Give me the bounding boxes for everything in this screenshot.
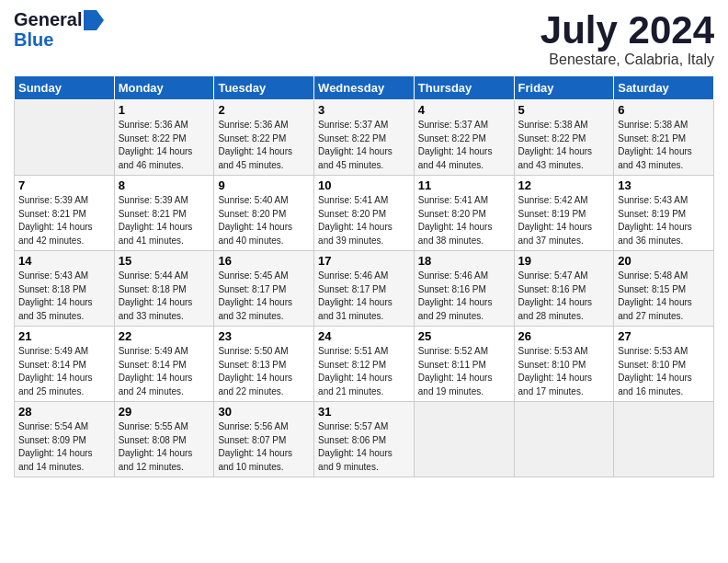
calendar-cell: 13Sunrise: 5:43 AM Sunset: 8:19 PM Dayli… <box>614 176 714 251</box>
calendar-cell: 28Sunrise: 5:54 AM Sunset: 8:09 PM Dayli… <box>15 402 115 477</box>
calendar-body: 1Sunrise: 5:36 AM Sunset: 8:22 PM Daylig… <box>15 100 714 477</box>
day-number: 21 <box>18 329 110 343</box>
calendar-cell: 20Sunrise: 5:48 AM Sunset: 8:15 PM Dayli… <box>614 251 714 327</box>
day-info: Sunrise: 5:36 AM Sunset: 8:22 PM Dayligh… <box>218 119 310 172</box>
day-info: Sunrise: 5:48 AM Sunset: 8:15 PM Dayligh… <box>618 270 710 323</box>
calendar-cell: 22Sunrise: 5:49 AM Sunset: 8:14 PM Dayli… <box>114 327 214 402</box>
month-title: July 2024 <box>540 9 714 52</box>
logo: General Blue <box>14 9 104 49</box>
day-number: 26 <box>518 329 610 343</box>
day-info: Sunrise: 5:46 AM Sunset: 8:16 PM Dayligh… <box>418 270 510 323</box>
calendar-cell: 6Sunrise: 5:38 AM Sunset: 8:21 PM Daylig… <box>614 100 714 176</box>
calendar-week-4: 21Sunrise: 5:49 AM Sunset: 8:14 PM Dayli… <box>15 327 714 402</box>
day-info: Sunrise: 5:50 AM Sunset: 8:13 PM Dayligh… <box>218 345 310 398</box>
day-info: Sunrise: 5:45 AM Sunset: 8:17 PM Dayligh… <box>218 270 310 323</box>
calendar-cell: 25Sunrise: 5:52 AM Sunset: 8:11 PM Dayli… <box>414 327 514 402</box>
day-info: Sunrise: 5:53 AM Sunset: 8:10 PM Dayligh… <box>518 345 610 398</box>
day-info: Sunrise: 5:43 AM Sunset: 8:18 PM Dayligh… <box>18 270 110 323</box>
day-number: 5 <box>518 103 610 117</box>
calendar-cell: 15Sunrise: 5:44 AM Sunset: 8:18 PM Dayli… <box>114 251 214 327</box>
day-number: 9 <box>218 178 310 192</box>
day-info: Sunrise: 5:52 AM Sunset: 8:11 PM Dayligh… <box>418 345 510 398</box>
calendar-week-5: 28Sunrise: 5:54 AM Sunset: 8:09 PM Dayli… <box>15 402 714 477</box>
calendar-cell: 30Sunrise: 5:56 AM Sunset: 8:07 PM Dayli… <box>214 402 314 477</box>
weekday-header-thursday: Thursday <box>414 76 514 100</box>
day-info: Sunrise: 5:37 AM Sunset: 8:22 PM Dayligh… <box>318 119 410 172</box>
calendar-cell: 16Sunrise: 5:45 AM Sunset: 8:17 PM Dayli… <box>214 251 314 327</box>
day-number: 3 <box>318 103 410 117</box>
day-number: 27 <box>618 329 710 343</box>
day-info: Sunrise: 5:42 AM Sunset: 8:19 PM Dayligh… <box>518 194 610 247</box>
calendar-cell: 1Sunrise: 5:36 AM Sunset: 8:22 PM Daylig… <box>114 100 214 176</box>
day-info: Sunrise: 5:53 AM Sunset: 8:10 PM Dayligh… <box>618 345 710 398</box>
calendar-cell <box>514 402 614 477</box>
day-number: 31 <box>318 405 410 419</box>
weekday-header-friday: Friday <box>514 76 614 100</box>
calendar-cell: 9Sunrise: 5:40 AM Sunset: 8:20 PM Daylig… <box>214 176 314 251</box>
day-number: 16 <box>218 254 310 268</box>
calendar-cell: 11Sunrise: 5:41 AM Sunset: 8:20 PM Dayli… <box>414 176 514 251</box>
calendar-cell: 4Sunrise: 5:37 AM Sunset: 8:22 PM Daylig… <box>414 100 514 176</box>
day-number: 10 <box>318 178 410 192</box>
day-number: 1 <box>119 103 210 117</box>
day-info: Sunrise: 5:38 AM Sunset: 8:21 PM Dayligh… <box>618 119 710 172</box>
day-number: 25 <box>418 329 510 343</box>
day-info: Sunrise: 5:38 AM Sunset: 8:22 PM Dayligh… <box>518 119 610 172</box>
calendar-cell: 21Sunrise: 5:49 AM Sunset: 8:14 PM Dayli… <box>15 327 115 402</box>
calendar-cell: 17Sunrise: 5:46 AM Sunset: 8:17 PM Dayli… <box>314 251 415 327</box>
day-info: Sunrise: 5:56 AM Sunset: 8:07 PM Dayligh… <box>218 420 310 474</box>
day-info: Sunrise: 5:39 AM Sunset: 8:21 PM Dayligh… <box>18 194 110 247</box>
day-number: 11 <box>418 178 510 192</box>
day-number: 22 <box>119 329 210 343</box>
calendar-cell: 29Sunrise: 5:55 AM Sunset: 8:08 PM Dayli… <box>114 402 214 477</box>
day-info: Sunrise: 5:57 AM Sunset: 8:06 PM Dayligh… <box>318 420 410 474</box>
calendar-cell: 27Sunrise: 5:53 AM Sunset: 8:10 PM Dayli… <box>614 327 714 402</box>
calendar-cell: 26Sunrise: 5:53 AM Sunset: 8:10 PM Dayli… <box>514 327 614 402</box>
day-number: 12 <box>518 178 610 192</box>
location: Benestare, Calabria, Italy <box>540 52 714 68</box>
weekday-header-tuesday: Tuesday <box>214 76 314 100</box>
day-info: Sunrise: 5:49 AM Sunset: 8:14 PM Dayligh… <box>18 345 110 398</box>
weekday-header-monday: Monday <box>114 76 214 100</box>
day-info: Sunrise: 5:39 AM Sunset: 8:21 PM Dayligh… <box>119 194 210 247</box>
calendar-week-2: 7Sunrise: 5:39 AM Sunset: 8:21 PM Daylig… <box>15 176 714 251</box>
weekday-header-sunday: Sunday <box>15 76 115 100</box>
day-number: 19 <box>518 254 610 268</box>
day-info: Sunrise: 5:46 AM Sunset: 8:17 PM Dayligh… <box>318 270 410 323</box>
weekday-header-wednesday: Wednesday <box>314 76 415 100</box>
day-info: Sunrise: 5:40 AM Sunset: 8:20 PM Dayligh… <box>218 194 310 247</box>
day-number: 17 <box>318 254 410 268</box>
calendar-week-3: 14Sunrise: 5:43 AM Sunset: 8:18 PM Dayli… <box>15 251 714 327</box>
day-number: 24 <box>318 329 410 343</box>
day-number: 14 <box>18 254 110 268</box>
calendar-week-1: 1Sunrise: 5:36 AM Sunset: 8:22 PM Daylig… <box>15 100 714 176</box>
day-info: Sunrise: 5:47 AM Sunset: 8:16 PM Dayligh… <box>518 270 610 323</box>
day-info: Sunrise: 5:41 AM Sunset: 8:20 PM Dayligh… <box>318 194 410 247</box>
day-number: 28 <box>18 405 110 419</box>
day-number: 7 <box>18 178 110 192</box>
calendar-cell: 24Sunrise: 5:51 AM Sunset: 8:12 PM Dayli… <box>314 327 415 402</box>
day-number: 23 <box>218 329 310 343</box>
logo-blue-text: Blue <box>14 30 53 49</box>
day-number: 15 <box>119 254 210 268</box>
calendar-cell <box>614 402 714 477</box>
day-info: Sunrise: 5:49 AM Sunset: 8:14 PM Dayligh… <box>119 345 210 398</box>
page-container: General Blue July 2024 Benestare, Calabr… <box>0 0 728 487</box>
logo-general-text: General <box>14 9 82 30</box>
day-info: Sunrise: 5:44 AM Sunset: 8:18 PM Dayligh… <box>119 270 210 323</box>
calendar-cell: 2Sunrise: 5:36 AM Sunset: 8:22 PM Daylig… <box>214 100 314 176</box>
day-info: Sunrise: 5:54 AM Sunset: 8:09 PM Dayligh… <box>18 420 110 474</box>
day-info: Sunrise: 5:55 AM Sunset: 8:08 PM Dayligh… <box>119 420 210 474</box>
calendar-cell: 14Sunrise: 5:43 AM Sunset: 8:18 PM Dayli… <box>15 251 115 327</box>
day-number: 2 <box>218 103 310 117</box>
day-number: 13 <box>618 178 710 192</box>
day-number: 6 <box>618 103 710 117</box>
calendar-table: SundayMondayTuesdayWednesdayThursdayFrid… <box>14 75 714 477</box>
header: General Blue July 2024 Benestare, Calabr… <box>14 9 714 68</box>
day-info: Sunrise: 5:41 AM Sunset: 8:20 PM Dayligh… <box>418 194 510 247</box>
day-number: 8 <box>119 178 210 192</box>
calendar-cell: 12Sunrise: 5:42 AM Sunset: 8:19 PM Dayli… <box>514 176 614 251</box>
day-info: Sunrise: 5:51 AM Sunset: 8:12 PM Dayligh… <box>318 345 410 398</box>
calendar-cell: 10Sunrise: 5:41 AM Sunset: 8:20 PM Dayli… <box>314 176 415 251</box>
title-block: July 2024 Benestare, Calabria, Italy <box>540 9 714 68</box>
